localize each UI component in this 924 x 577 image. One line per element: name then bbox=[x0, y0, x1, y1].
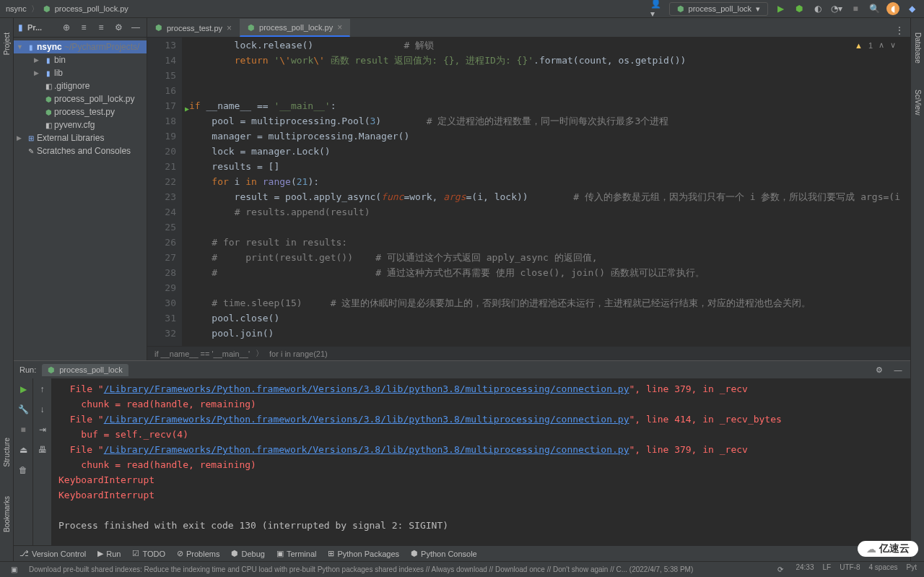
code-line[interactable]: lock = manager.Lock() bbox=[189, 144, 903, 159]
caret-pos[interactable]: 24:33 bbox=[796, 563, 814, 576]
gutter-line[interactable]: 14 bbox=[147, 53, 176, 68]
gear-icon[interactable]: ⚙ bbox=[112, 21, 125, 34]
gear-icon[interactable]: ⚙ bbox=[873, 363, 886, 376]
code-line[interactable]: manager = multiprocessing.Manager() bbox=[189, 129, 903, 144]
trash-icon[interactable]: 🗑 bbox=[17, 464, 30, 477]
line-ending[interactable]: LF bbox=[823, 563, 832, 576]
tree-item[interactable]: ▶▮lib bbox=[14, 66, 147, 79]
gutter-line[interactable]: 25 bbox=[147, 220, 176, 235]
exit-icon[interactable]: ⏏ bbox=[17, 443, 30, 456]
debug-button[interactable]: ⬢ bbox=[793, 2, 806, 15]
search-icon[interactable]: 🔍 bbox=[868, 2, 881, 15]
bottom-tool-problems[interactable]: ⊘Problems bbox=[177, 549, 219, 558]
wrench-icon[interactable]: 🔧 bbox=[17, 403, 30, 416]
status-message[interactable]: Download pre-built shared indexes: Reduc… bbox=[29, 565, 765, 573]
gutter-line[interactable]: 16 bbox=[147, 83, 176, 98]
profile-button[interactable]: ◔▾ bbox=[830, 2, 843, 15]
breadcrumb-project[interactable]: nsync bbox=[6, 4, 27, 13]
code-line[interactable]: pool = multiprocessing.Pool(3) # 定义进程池的进… bbox=[189, 113, 903, 129]
gutter-line[interactable]: 29 bbox=[147, 280, 176, 295]
chevron-right-icon[interactable]: ▶ bbox=[34, 69, 43, 77]
console-line[interactable] bbox=[58, 503, 903, 518]
code-line[interactable]: pool.close() bbox=[189, 311, 903, 326]
crumb-b[interactable]: for i in range(21) bbox=[269, 350, 328, 358]
sync-icon[interactable]: ⟳ bbox=[774, 563, 787, 576]
code-area[interactable]: lock.release() # 解锁 return '\'work\' 函数 … bbox=[182, 38, 910, 346]
run-gutter-icon[interactable]: ▶ bbox=[185, 101, 189, 116]
console-line[interactable]: chunk = read(handle, remaining) bbox=[58, 457, 903, 472]
gutter-line[interactable]: 19 bbox=[147, 129, 176, 144]
console-line[interactable]: Process finished with exit code 130 (int… bbox=[58, 518, 903, 533]
gutter-line[interactable]: 28 bbox=[147, 265, 176, 280]
file-link[interactable]: /Library/Frameworks/Python.framework/Ver… bbox=[104, 383, 629, 394]
console-line[interactable]: chunk = read(handle, remaining) bbox=[58, 396, 903, 412]
chevron-down-icon[interactable]: ▼ bbox=[17, 43, 25, 51]
run-tab[interactable]: ⬢ process_poll_lock bbox=[42, 364, 128, 376]
file-link[interactable]: /Library/Frameworks/Python.framework/Ver… bbox=[104, 414, 629, 425]
tree-item[interactable]: ◧.gitignore bbox=[14, 79, 147, 92]
ide-settings-icon[interactable]: ◆ bbox=[905, 2, 918, 15]
code-line[interactable] bbox=[189, 83, 903, 98]
code-line[interactable]: # time.sleep(15) # 这里的休眠时间是必须要加上的，否则我们的进… bbox=[189, 295, 903, 311]
bottom-tool-debug[interactable]: ⬢Debug bbox=[231, 549, 264, 558]
tool-structure[interactable]: Structure bbox=[3, 438, 11, 467]
tool-database[interactable]: Database bbox=[914, 32, 922, 64]
console-output[interactable]: File "/Library/Frameworks/Python.framewo… bbox=[51, 378, 910, 545]
hide-icon[interactable]: — bbox=[892, 363, 905, 376]
gutter-line[interactable]: 22 bbox=[147, 174, 176, 189]
collapse-icon[interactable]: ≡ bbox=[95, 21, 108, 34]
wrap-icon[interactable]: ⇥ bbox=[36, 423, 49, 436]
bottom-tool-python-console[interactable]: ⬢Python Console bbox=[411, 549, 477, 558]
indent[interactable]: 4 spaces bbox=[869, 563, 898, 576]
code-line[interactable]: return '\'work\' 函数 result 返回值为: {}, 进程I… bbox=[189, 53, 903, 68]
gutter-line[interactable]: 20 bbox=[147, 144, 176, 159]
user-icon[interactable]: 👤▾ bbox=[650, 2, 663, 15]
code-line[interactable]: # results.append(result) bbox=[189, 204, 903, 220]
tool-sciview[interactable]: SciView bbox=[914, 90, 922, 115]
console-line[interactable]: KeyboardInterrupt bbox=[58, 472, 903, 487]
toolwin-icon[interactable]: ▣ bbox=[7, 563, 20, 576]
tabs-more-icon[interactable]: ⋮ bbox=[893, 24, 906, 37]
project-tree[interactable]: ▼ ▮ nsync ~/PycharmProjects/ ▶▮bin▶▮lib◧… bbox=[14, 38, 147, 160]
locate-icon[interactable]: ⊕ bbox=[60, 21, 73, 34]
tree-item[interactable]: ▶⊞External Libraries bbox=[14, 131, 147, 144]
tree-item[interactable]: ⬢process_test.py bbox=[14, 105, 147, 118]
stop-button[interactable]: ■ bbox=[849, 2, 862, 15]
code-line[interactable]: # # 通过这种方式也不再需要 使用 close(), join() 函数就可以… bbox=[189, 265, 903, 280]
gutter[interactable]: 1314151617▶18192021222324252627282930313… bbox=[147, 38, 182, 346]
gutter-line[interactable]: 31 bbox=[147, 311, 176, 326]
rerun-icon[interactable]: ▶ bbox=[17, 383, 30, 396]
close-icon[interactable]: × bbox=[227, 23, 232, 33]
gutter-line[interactable]: 15 bbox=[147, 68, 176, 83]
bottom-tool-run[interactable]: ▶Run bbox=[97, 549, 121, 558]
console-line[interactable]: File "/Library/Frameworks/Python.framewo… bbox=[58, 381, 903, 396]
breadcrumb-file[interactable]: process_poll_lock.py bbox=[55, 4, 128, 13]
console-line[interactable]: File "/Library/Frameworks/Python.framewo… bbox=[58, 442, 903, 457]
bottom-tool-todo[interactable]: ☑TODO bbox=[132, 549, 165, 558]
gutter-line[interactable]: 27 bbox=[147, 250, 176, 265]
print-icon[interactable]: 🖶 bbox=[36, 443, 49, 456]
warning-icon[interactable]: ▲ bbox=[855, 41, 863, 50]
console-line[interactable]: File "/Library/Frameworks/Python.framewo… bbox=[58, 412, 903, 427]
chevron-right-icon[interactable]: ▶ bbox=[17, 134, 25, 142]
code-line[interactable]: # print(result.get()) # 可以通过这个方式返回 apply… bbox=[189, 250, 903, 265]
run-config-selector[interactable]: ⬢ process_poll_lock ▾ bbox=[669, 2, 768, 16]
gutter-line[interactable]: 24 bbox=[147, 204, 176, 220]
close-icon[interactable]: × bbox=[337, 22, 342, 32]
stop-icon[interactable]: ■ bbox=[17, 423, 30, 436]
code-line[interactable]: # for result in results: bbox=[189, 235, 903, 250]
up-icon[interactable]: ↑ bbox=[36, 383, 49, 396]
code-line[interactable]: for i in range(21): bbox=[189, 174, 903, 189]
code-line[interactable]: result = pool.apply_async(func=work, arg… bbox=[189, 189, 903, 204]
gutter-line[interactable]: 17▶ bbox=[147, 98, 176, 113]
breadcrumb[interactable]: nsync 〉 ⬢ process_poll_lock.py bbox=[6, 4, 128, 14]
tree-item[interactable]: ▶▮bin bbox=[14, 53, 147, 66]
encoding[interactable]: UTF-8 bbox=[840, 563, 860, 576]
avatar[interactable]: ◖ bbox=[886, 2, 899, 15]
crumb-a[interactable]: if __name__ == '__main__' bbox=[154, 350, 250, 358]
tree-root[interactable]: ▼ ▮ nsync ~/PycharmProjects/ bbox=[14, 40, 147, 53]
chevron-down-icon[interactable]: ∨ bbox=[890, 40, 896, 50]
bottom-tool-version-control[interactable]: ⎇Version Control bbox=[19, 549, 86, 558]
code-line[interactable]: if __name__ == '__main__': bbox=[189, 98, 903, 113]
chevron-right-icon[interactable]: ▶ bbox=[34, 56, 43, 64]
